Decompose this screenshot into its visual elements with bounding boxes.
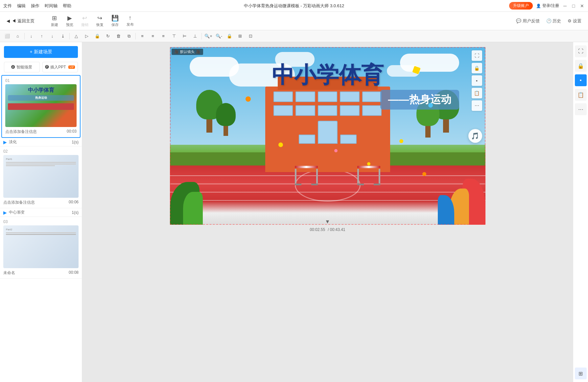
right-panel-more-btn[interactable]: ⋯ <box>575 103 587 115</box>
layer-button[interactable]: ▪ <box>472 75 482 86</box>
right-panel-expand-btn[interactable]: ⛶ <box>575 45 587 57</box>
insert-ppt-button[interactable]: 🅟 插入PPT <box>42 62 78 72</box>
deco-circle-2 <box>428 103 433 108</box>
scene-list: 01 中小学体育 热身运动 点击添加备注信息 00:03 ▶ <box>0 75 82 382</box>
right-panel-grid-btn[interactable]: ⊞ <box>575 368 587 379</box>
down-tool[interactable]: ↓ <box>48 32 57 41</box>
bottom-tool[interactable]: ⤓ <box>58 32 67 41</box>
align-top-tool[interactable]: ⊤ <box>169 32 178 41</box>
new-icon: ⊞ <box>52 14 57 22</box>
back-home-button[interactable]: ◀ ◀ 返回主页 <box>7 18 35 24</box>
login-button[interactable]: 👤 登录/注册 <box>536 3 559 9</box>
flip-v-tool[interactable]: ▷ <box>82 32 91 41</box>
canvas-time-display: 00:02.55 / 00:43.41 <box>310 227 345 232</box>
zoom-out-tool[interactable]: 🔍- <box>214 32 223 41</box>
user-icon: 👤 <box>536 4 541 8</box>
scene-transition-1[interactable]: ▶ 淡化 1(s) <box>0 138 82 146</box>
upgrade-button[interactable]: 升级账户 <box>509 2 533 10</box>
lock-tool[interactable]: 🔒 <box>93 32 102 41</box>
delete-tool[interactable]: 🗑 <box>114 32 123 41</box>
menu-edit[interactable]: 编辑 <box>17 3 26 9</box>
expand-button[interactable]: ⛶ <box>472 50 482 61</box>
preview-icon: ▶ <box>67 14 72 22</box>
save-tool[interactable]: 💾 保存 <box>111 14 119 27</box>
grid-tool[interactable]: ⊞ <box>235 32 245 41</box>
copy-tool[interactable]: ⧉ <box>124 32 133 41</box>
ai-icon: 🅐 <box>11 65 15 69</box>
screenshot-button[interactable]: 📋 <box>472 88 482 98</box>
settings-icon: ⚙ <box>568 18 572 23</box>
up-tool[interactable]: ↑ <box>37 32 46 41</box>
deco-dot-2 <box>334 149 338 152</box>
scene-info-2: 点击添加备注信息 00:06 <box>3 200 79 205</box>
align-left-tool[interactable]: ≡ <box>138 32 147 41</box>
scene-item-1[interactable]: 01 中小学体育 热身运动 点击添加备注信息 00:03 <box>1 75 81 138</box>
play-icon-1: ▶ <box>3 140 7 145</box>
align-middle-tool[interactable]: ⊨ <box>180 32 189 41</box>
canvas-label[interactable]: 🎥 默认镜头 🎥 <box>172 49 203 55</box>
deco-dot-4 <box>367 162 370 166</box>
plants-left <box>170 169 213 225</box>
back-icon: ◀ <box>7 18 10 23</box>
camera-icon-2: 🎥 <box>196 50 200 54</box>
align-bottom-tool[interactable]: ⊥ <box>190 32 200 41</box>
scene-thumb-3: Part2 <box>3 225 79 268</box>
maximize-button[interactable]: □ <box>571 3 576 9</box>
scene-item-3[interactable]: 03 Part2 未命名 00:08 <box>0 217 82 279</box>
scene-background: 中小学体育 ——热身运动 <box>170 47 485 225</box>
scene-item-2[interactable]: 02 Part1 点击添加备注信息 00:06 <box>0 146 82 208</box>
history-button[interactable]: 🕐 历史 <box>546 18 561 24</box>
icon-toolbar: ⬜ ⌂ ↓ ↑ ↓ ⤓ △ ▷ 🔒 ↻ 🗑 ⧉ ≡ ≡ ≡ ⊤ ⊨ ⊥ 🔍+ 🔍… <box>0 30 588 42</box>
canvas-container[interactable]: 🎥 默认镜头 🎥 中小学体育 ——热身运动 <box>170 47 485 225</box>
feedback-button[interactable]: 💬 用户反馈 <box>516 18 540 24</box>
settings-button[interactable]: ⚙ 设置 <box>568 18 581 24</box>
close-button[interactable]: ✕ <box>579 3 585 9</box>
scene-title: 中小学体育 <box>272 60 384 90</box>
music-float-button[interactable]: 🎵 <box>468 129 482 143</box>
publish-icon: ↑ <box>129 14 131 21</box>
redo-tool[interactable]: ↪ 恢复 <box>96 14 104 27</box>
scene-num-1: 01 <box>5 78 77 83</box>
title-bar: 文件 编辑 操作 时间轴 帮助 中小学体育热身运动微课模板 - 万彩动画大师 3… <box>0 0 588 12</box>
align-center-tool[interactable]: ≡ <box>148 32 157 41</box>
rotate-tool[interactable]: ↻ <box>103 32 112 41</box>
more-layout-tool[interactable]: ⊡ <box>246 32 255 41</box>
fullscreen-lock-tool[interactable]: 🔒 <box>225 32 234 41</box>
scene-tools: 🅐 智能场景 🅟 插入PPT <box>4 62 78 72</box>
home-tool[interactable]: ⌂ <box>13 32 22 41</box>
deco-dot-5 <box>422 172 426 176</box>
building <box>265 87 390 172</box>
flip-h-tool[interactable]: △ <box>72 32 81 41</box>
scene-num-2: 02 <box>3 149 79 154</box>
more-button[interactable]: ⋯ <box>472 100 482 111</box>
select-tool[interactable]: ⬜ <box>3 32 12 41</box>
right-panel-clip-btn[interactable]: 📋 <box>575 89 587 101</box>
zoom-in-tool[interactable]: 🔍+ <box>204 32 213 41</box>
subtitle-box: ——热身运动 <box>380 90 459 110</box>
right-panel-layer-btn[interactable]: ▪ <box>575 74 587 86</box>
right-panel-lock-btn[interactable]: 🔒 <box>575 60 587 72</box>
menu-operate[interactable]: 操作 <box>31 3 39 9</box>
menu-timeline[interactable]: 时间轴 <box>45 3 58 9</box>
publish-tool[interactable]: ↑ 发布 <box>127 14 134 27</box>
preview-tool[interactable]: ▶ 预览 <box>66 14 73 27</box>
ai-scene-button[interactable]: 🅐 智能场景 <box>4 62 40 72</box>
new-scene-button[interactable]: + 新建场景 <box>4 46 78 58</box>
download-tool[interactable]: ↓ <box>27 32 36 41</box>
scene-transition-2[interactable]: ▶ 中心渐变 1(s) <box>0 208 82 217</box>
right-panel: ⛶ 🔒 ▪ 📋 ⋯ ⊞ <box>573 42 588 382</box>
ppt-icon: 🅟 <box>45 65 49 69</box>
canvas-expand-icons: ⛶ 🔒 ▪ 📋 ⋯ <box>472 50 482 111</box>
subtitle-text: ——热身运动 <box>388 92 451 107</box>
minimize-button[interactable]: ─ <box>562 3 568 9</box>
lock-canvas-button[interactable]: 🔒 <box>472 63 482 73</box>
align-right-tool[interactable]: ≡ <box>159 32 168 41</box>
undo-tool[interactable]: ↩ 撤销 <box>81 14 88 27</box>
redo-icon: ↪ <box>97 14 102 22</box>
menu-file[interactable]: 文件 <box>3 3 12 9</box>
main-toolbar: ◀ ◀ 返回主页 ⊞ 新建 ▶ 预览 ↩ 撤销 ↪ 恢复 💾 保存 ↑ 发布 � <box>0 12 588 30</box>
hurdle-2 <box>357 166 380 185</box>
new-tool[interactable]: ⊞ 新建 <box>51 14 58 27</box>
canvas-collapse-button[interactable]: ▼ <box>325 219 330 225</box>
menu-help[interactable]: 帮助 <box>63 3 71 9</box>
